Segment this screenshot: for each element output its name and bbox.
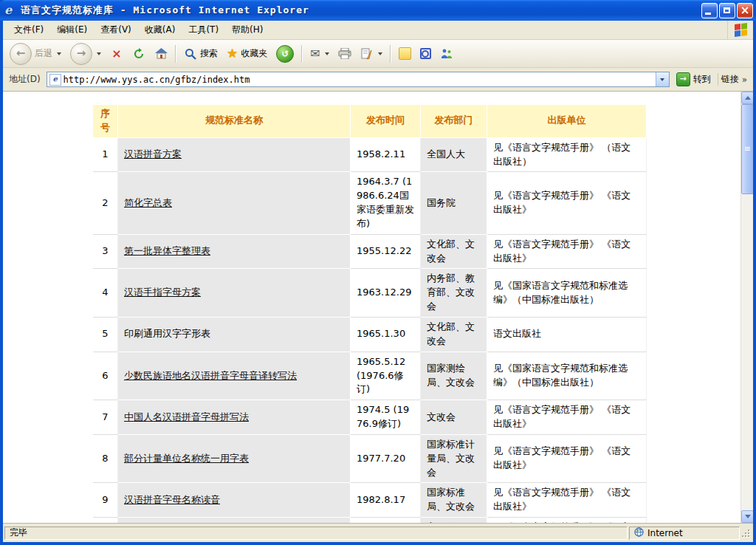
- publisher-cell: 见《语言文字规范手册》 《语文出版社》: [487, 235, 647, 270]
- mail-button[interactable]: ✉: [306, 46, 332, 62]
- go-label: 转到: [693, 73, 711, 86]
- row-number-cell: 9: [93, 483, 118, 518]
- minimize-button[interactable]: [701, 3, 718, 18]
- history-button[interactable]: ↺: [272, 43, 298, 65]
- edit-dropdown-icon: [378, 52, 382, 55]
- vertical-scrollbar[interactable]: [740, 92, 753, 523]
- standard-name-link[interactable]: 少数民族语地名汉语拼音字母音译转写法: [124, 370, 297, 381]
- publish-dept-cell: 文改会、国家出版局: [421, 518, 487, 523]
- windows-logo: [727, 21, 753, 39]
- refresh-button[interactable]: [128, 45, 149, 63]
- table-row: 7中国人名汉语拼音字母拼写法1974.5 (1976.9修订)文改会见《语言文字…: [93, 400, 647, 435]
- browser-window: e 语言文字规范标准库 - Microsoft Internet Explore…: [0, 0, 756, 545]
- table-body: 1汉语拼音方案1958.2.11全国人大见《语言文字规范手册》 （语文出版社）2…: [93, 138, 647, 523]
- status-message: 完毕: [4, 527, 628, 540]
- home-icon: [154, 47, 168, 61]
- toolbar-separator: [390, 45, 391, 63]
- zone-label: Internet: [647, 528, 683, 538]
- edit-icon: [360, 47, 374, 61]
- column-header: 规范标准名称: [118, 105, 351, 138]
- history-icon: ↺: [276, 45, 294, 63]
- go-button[interactable]: → 转到: [673, 72, 715, 87]
- address-input[interactable]: [63, 73, 656, 86]
- standard-name-cell: 汉语手指字母方案: [118, 269, 351, 318]
- title-bar: e 语言文字规范标准库 - Microsoft Internet Explore…: [0, 0, 756, 21]
- links-chevron-icon: »: [742, 75, 747, 85]
- publish-dept-cell: 国家标准局、文改会: [421, 483, 487, 518]
- table-row: 2简化字总表1964.3.7 (1986.6.24国家语委重新发布)国务院见《语…: [93, 172, 647, 234]
- publish-dept-cell: 国家标准计量局、文改会: [421, 435, 487, 484]
- standard-name-link[interactable]: 中国人名汉语拼音字母拼写法: [124, 411, 249, 422]
- mail-dropdown-icon: [325, 52, 329, 55]
- web-page: 序号规范标准名称发布时间发布部门出版单位 1汉语拼音方案1958.2.11全国人…: [3, 92, 740, 523]
- favorites-icon: ★: [227, 47, 238, 60]
- standard-name-cell: 印刷通用汉字字形表: [118, 318, 351, 352]
- publish-dept-cell: 全国人大: [421, 138, 487, 173]
- publish-dept-cell: 内务部、教育部、文改会: [421, 269, 487, 318]
- stop-button[interactable]: ×: [106, 45, 127, 63]
- print-button[interactable]: [334, 45, 355, 63]
- row-number-cell: 4: [93, 269, 118, 318]
- table-row: 8部分计量单位名称统一用字表1977.7.20国家标准计量局、文改会见《语言文字…: [93, 435, 647, 484]
- menu-item[interactable]: 帮助(H): [225, 21, 269, 39]
- table-row: 5印刷通用汉字字形表1965.1.30文化部、文改会语文出版社: [93, 318, 647, 352]
- menu-item[interactable]: 工具(T): [182, 21, 225, 39]
- maximize-button[interactable]: [719, 3, 735, 18]
- row-number-cell: 1: [93, 138, 118, 173]
- publisher-cell: 见《语言文字规范手册》 《语文出版社》: [487, 435, 647, 484]
- scroll-down-button[interactable]: [741, 510, 753, 523]
- favorites-button[interactable]: ★ 收藏夹: [223, 45, 271, 62]
- menu-item[interactable]: 收藏(A): [138, 21, 182, 39]
- favorites-label: 收藏夹: [241, 47, 267, 60]
- search-button[interactable]: 搜索: [180, 45, 221, 63]
- ie-logo-icon: e: [4, 4, 18, 17]
- standard-name-link[interactable]: 第一批异体字整理表: [124, 245, 210, 256]
- standard-name-link[interactable]: 汉语手指字母方案: [124, 287, 201, 298]
- standards-table: 序号规范标准名称发布时间发布部门出版单位 1汉语拼音方案1958.2.11全国人…: [93, 105, 647, 523]
- close-button[interactable]: ×: [737, 3, 753, 18]
- toolbar-separator: [175, 45, 176, 63]
- minimize-icon: [705, 13, 711, 15]
- status-bar: 完毕 Internet: [3, 523, 753, 542]
- menu-item[interactable]: 文件(F): [7, 21, 50, 39]
- standard-name-cell: 汉字统一部首表（草案）: [118, 518, 351, 523]
- scrollbar-thumb[interactable]: [741, 104, 753, 194]
- scroll-up-button[interactable]: [741, 92, 753, 104]
- standard-name-link[interactable]: 简化字总表: [124, 197, 172, 208]
- resize-grip[interactable]: [741, 527, 752, 540]
- back-button[interactable]: ← 后退: [6, 41, 65, 67]
- publish-date-cell: 1974.5 (1976.9修订): [351, 400, 421, 435]
- home-button[interactable]: [151, 45, 171, 63]
- messenger-icon: [440, 47, 453, 61]
- edit-button[interactable]: [357, 45, 386, 63]
- publish-date-cell: 1977.7.20: [351, 435, 421, 484]
- publisher-cell: 见《语言文字规范手册》 《语文出版社》: [487, 483, 647, 518]
- menu-item[interactable]: 查看(V): [94, 21, 138, 39]
- table-row: 9汉语拼音字母名称读音1982.8.17国家标准局、文改会见《语言文字规范手册》…: [93, 483, 647, 518]
- standard-name-link[interactable]: 部分计量单位名称统一用字表: [124, 453, 249, 464]
- window-title: 语言文字规范标准库 - Microsoft Internet Explorer: [21, 0, 701, 21]
- publish-dept-cell: 文化部、文改会: [421, 235, 487, 270]
- security-zone: Internet: [629, 527, 740, 540]
- row-number-cell: 3: [93, 235, 118, 270]
- publisher-cell: 语文出版社: [487, 318, 647, 352]
- standard-name-cell: 中国人名汉语拼音字母拼写法: [118, 400, 351, 435]
- address-bar: 地址(D) e → 转到 链接 »: [3, 68, 753, 92]
- table-row: 3第一批异体字整理表1955.12.22文化部、文改会见《语言文字规范手册》 《…: [93, 235, 647, 270]
- forward-icon: →: [70, 43, 92, 65]
- back-dropdown-icon: [57, 52, 61, 55]
- publish-date-cell: 1965.1.30: [351, 318, 421, 352]
- address-dropdown-button[interactable]: [656, 72, 669, 86]
- publish-date-cell: 1958.2.11: [351, 138, 421, 173]
- standard-name-link[interactable]: 汉语拼音字母名称读音: [124, 494, 220, 505]
- refresh-icon: [132, 47, 145, 61]
- note-button[interactable]: [395, 45, 415, 62]
- menu-item[interactable]: 编辑(E): [50, 21, 94, 39]
- forward-button[interactable]: →: [66, 41, 105, 67]
- standard-name-link[interactable]: 汉语拼音方案: [124, 148, 182, 160]
- table-row: 1汉语拼音方案1958.2.11全国人大见《语言文字规范手册》 （语文出版社）: [93, 138, 647, 173]
- messenger-button[interactable]: [436, 45, 457, 63]
- publisher-cell: 见《语言文字规范手册》 《语文出版社》: [487, 518, 647, 523]
- discuss-button[interactable]: [416, 46, 435, 61]
- links-bar[interactable]: 链接 »: [718, 73, 750, 86]
